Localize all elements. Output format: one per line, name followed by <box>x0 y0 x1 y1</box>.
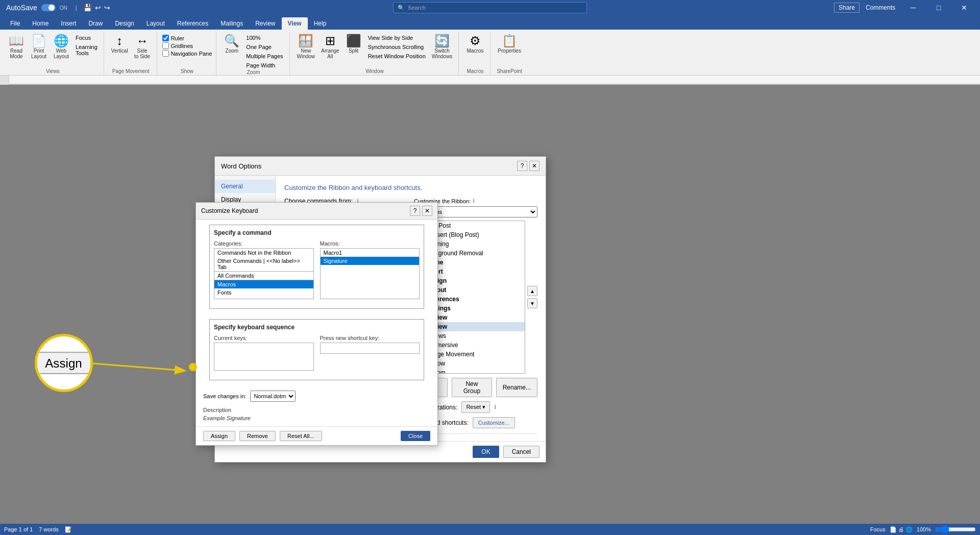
tab-help[interactable]: Help <box>308 17 333 30</box>
reset-button[interactable]: Reset ▾ <box>461 401 490 413</box>
ribbon-group-macros: ⚙ Macros Macros <box>460 32 491 75</box>
move-up-button[interactable]: ▲ <box>527 286 537 296</box>
reset-all-button[interactable]: Reset All... <box>280 431 322 441</box>
multiple-pages-button[interactable]: Multiple Pages <box>244 52 285 60</box>
tab-references[interactable]: References <box>171 17 214 30</box>
navigation-pane-checkbox[interactable] <box>162 50 169 57</box>
tab-file[interactable]: File <box>4 17 26 30</box>
customize-keyboard-dialog: Customize Keyboard ? ✕ Specify a command… <box>195 202 438 446</box>
100pct-button[interactable]: 100% <box>244 34 285 42</box>
tab-layout[interactable]: Layout <box>140 17 171 30</box>
reset-window-position-button[interactable]: Reset Window Position <box>366 52 428 60</box>
view-icons: 📄 🖨 🌐 <box>890 526 913 533</box>
word-options-close-button[interactable]: ✕ <box>529 161 540 171</box>
macros-list-label: Macros: <box>320 240 420 247</box>
properties-button[interactable]: 📋 Properties <box>496 34 523 55</box>
cat-building-blocks[interactable]: Building Blocks <box>214 297 313 299</box>
undo-icon[interactable]: ↩ <box>95 4 101 12</box>
learning-tools-button[interactable]: LearningTools <box>74 43 100 57</box>
assign-button[interactable]: Assign <box>203 431 235 441</box>
cat-macros[interactable]: Macros <box>214 280 313 288</box>
shortcut-key-input[interactable] <box>320 343 420 354</box>
close-button[interactable]: ✕ <box>952 0 976 15</box>
tab-mailings[interactable]: Mailings <box>214 17 249 30</box>
focus-button[interactable]: Focus <box>74 34 100 42</box>
ruler-checkbox-row[interactable]: Ruler <box>162 35 184 41</box>
keyboard-close-button[interactable]: Close <box>401 431 430 441</box>
properties-icon: 📋 <box>502 35 517 47</box>
zoom-button[interactable]: 🔍 Zoom <box>222 34 242 55</box>
split-button[interactable]: ⬛ Split <box>344 34 364 55</box>
keyboard-sequence-border: Specify keyboard sequence Current keys: … <box>209 319 424 380</box>
keyboard-close-x-button[interactable]: ✕ <box>422 206 432 216</box>
ruler-checkbox[interactable] <box>162 35 169 41</box>
comments-button[interactable]: Comments <box>862 3 899 12</box>
cat-other-commands[interactable]: Other Commands | <<No label>> Tab <box>214 257 313 272</box>
vertical-button[interactable]: ↕ Vertical <box>109 34 130 55</box>
status-bar: Page 1 of 1 7 words 📝 Focus 📄 🖨 🌐 100% <box>0 524 980 535</box>
document-area: Word Options ? ✕ General Display Proofin… <box>0 85 980 524</box>
macro-signature[interactable]: Signature <box>321 257 420 265</box>
sidebar-item-general[interactable]: General <box>215 180 276 193</box>
search-icon: 🔍 <box>398 5 405 11</box>
keyboard-sequence-row: Current keys: Press new shortcut key: <box>214 335 420 371</box>
save-icon[interactable]: 💾 <box>83 4 92 12</box>
one-page-button[interactable]: One Page <box>244 43 285 51</box>
page-width-button[interactable]: Page Width <box>244 61 285 69</box>
autosave-toggle[interactable] <box>41 4 56 11</box>
minimize-button[interactable]: ─ <box>901 0 925 15</box>
keyboard-customize-button[interactable]: Customize... <box>473 417 515 428</box>
gridlines-checkbox[interactable] <box>162 42 169 49</box>
cat-all-commands[interactable]: All Commands <box>214 272 313 280</box>
new-window-button[interactable]: 🪟 NewWindow <box>295 34 317 60</box>
assign-button-zoom[interactable]: Assign <box>36 352 92 374</box>
remove-button-kd[interactable]: Remove <box>239 431 276 441</box>
categories-col: Categories: Commands Not in the Ribbon O… <box>214 240 314 299</box>
word-options-title-bar: Word Options ? ✕ <box>215 157 546 176</box>
cancel-button[interactable]: Cancel <box>503 446 540 458</box>
rename-button[interactable]: Rename... <box>496 378 537 397</box>
tab-view[interactable]: View <box>282 17 308 30</box>
arrange-all-icon: ⊞ <box>325 35 335 47</box>
macros-list: Macro1 Signature <box>320 248 420 299</box>
side-to-side-button[interactable]: ↔ Sideto Side <box>132 34 153 60</box>
zoom-buttons: 🔍 Zoom 100% One Page Multiple Pages Page… <box>222 32 285 69</box>
web-layout-button[interactable]: 🌐 WebLayout <box>51 34 71 60</box>
tab-home[interactable]: Home <box>26 17 55 30</box>
window-small-buttons: View Side by Side Synchronous Scrolling … <box>366 34 428 60</box>
macros-button[interactable]: ⚙ Macros <box>464 34 485 55</box>
ruler-bar <box>9 76 980 84</box>
synchronous-scrolling-button[interactable]: Synchronous Scrolling <box>366 43 428 51</box>
ribbon-group-window: 🪟 NewWindow ⊞ ArrangeAll ⬛ Split View Si… <box>291 32 459 75</box>
tab-design[interactable]: Design <box>109 17 140 30</box>
tab-insert[interactable]: Insert <box>55 17 82 30</box>
switch-windows-button[interactable]: 🔄 SwitchWindows <box>430 34 455 60</box>
redo-icon[interactable]: ↪ <box>104 4 110 12</box>
gridlines-checkbox-row[interactable]: Gridlines <box>162 42 193 49</box>
read-mode-button[interactable]: 📖 ReadMode <box>6 34 27 60</box>
cat-fonts[interactable]: Fonts <box>214 288 313 297</box>
share-button[interactable]: Share <box>834 3 860 13</box>
move-down-button[interactable]: ▼ <box>527 298 537 308</box>
view-side-by-side-button[interactable]: View Side by Side <box>366 34 428 42</box>
zoom-slider[interactable] <box>935 525 976 533</box>
print-layout-button[interactable]: 📄 PrintLayout <box>29 34 49 60</box>
ruler <box>0 76 980 85</box>
keyboard-help-button[interactable]: ? <box>410 206 420 216</box>
tab-draw[interactable]: Draw <box>82 17 109 30</box>
tab-review[interactable]: Review <box>249 17 281 30</box>
maximize-button[interactable]: □ <box>927 0 950 15</box>
macro-macro1[interactable]: Macro1 <box>321 249 420 257</box>
keyboard-sequence-label: Specify keyboard sequence <box>214 324 420 331</box>
show-label: Show <box>181 68 193 75</box>
cat-commands-not-in-ribbon[interactable]: Commands Not in the Ribbon <box>214 249 313 257</box>
word-options-title-buttons: ? ✕ <box>517 161 540 171</box>
quick-access[interactable]: AutoSave ON <box>4 3 69 13</box>
save-changes-select[interactable]: Normal.dotm <box>250 391 296 402</box>
new-group-button[interactable]: New Group <box>452 378 492 397</box>
word-options-help-button[interactable]: ? <box>517 161 527 171</box>
search-box[interactable]: 🔍 Search <box>393 2 587 13</box>
ok-button[interactable]: OK <box>473 446 499 458</box>
navigation-pane-checkbox-row[interactable]: Navigation Pane <box>162 50 212 57</box>
arrange-all-button[interactable]: ⊞ ArrangeAll <box>319 34 341 60</box>
